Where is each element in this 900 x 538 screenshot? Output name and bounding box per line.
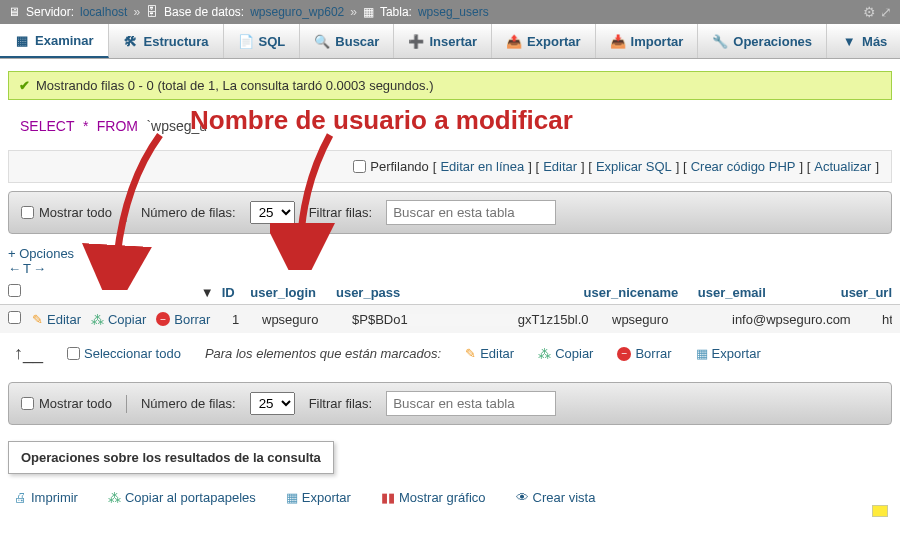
print-icon: 🖨 xyxy=(14,490,27,505)
col-user-email[interactable]: user_email xyxy=(698,285,766,300)
import-icon: 📥 xyxy=(610,33,626,49)
col-id[interactable]: ID xyxy=(222,285,235,300)
table-row: ✎Editar ⁂Copiar −Borrar 1 wpseguro $P$BD… xyxy=(0,305,900,333)
tab-export[interactable]: 📤Exportar xyxy=(492,24,595,58)
chevron-down-icon: ▼ xyxy=(841,33,857,49)
search-icon: 🔍 xyxy=(314,33,330,49)
create-view-link[interactable]: 👁Crear vista xyxy=(516,490,596,505)
bulk-delete[interactable]: −Borrar xyxy=(617,346,671,361)
success-notice: ✔ Mostrando filas 0 - 0 (total de 1, La … xyxy=(8,71,892,100)
bulk-export[interactable]: ▦Exportar xyxy=(696,346,761,361)
annotation-arrow-login xyxy=(270,130,350,270)
delete-icon: − xyxy=(156,312,170,326)
table-label: Tabla: xyxy=(380,5,412,19)
copy-icon: ⁂ xyxy=(538,346,551,361)
gear-icon[interactable]: ⚙ ⤢ xyxy=(863,4,892,20)
annotation-label: Nombre de usuario a modificar xyxy=(190,105,573,136)
redacted xyxy=(408,314,518,326)
column-toggle-arrows[interactable]: ←T→ xyxy=(8,261,48,276)
breadcrumb: 🖥 Servidor: localhost » 🗄 Base de datos:… xyxy=(0,0,900,24)
check-icon: ✔ xyxy=(19,78,30,93)
select-all-rows[interactable] xyxy=(8,284,21,297)
select-all-checkbox[interactable]: Seleccionar todo xyxy=(67,346,181,361)
bulk-edit[interactable]: ✎Editar xyxy=(465,346,514,361)
cell-user-login: wpseguro xyxy=(262,312,352,327)
edit-inline-link[interactable]: Editar en línea xyxy=(440,159,524,174)
row-copy-link[interactable]: ⁂Copiar xyxy=(91,312,146,327)
db-link[interactable]: wpseguro_wp602 xyxy=(250,5,344,19)
clipboard-icon: ⁂ xyxy=(108,490,121,505)
tab-structure[interactable]: 🛠Estructura xyxy=(109,24,224,58)
console-toggle-icon[interactable] xyxy=(872,505,888,517)
export-icon: 📤 xyxy=(506,33,522,49)
view-icon: 👁 xyxy=(516,490,529,505)
query-results-ops-heading: Operaciones sobre los resultados de la c… xyxy=(8,441,334,474)
bulk-actions-bar: ↑__ Seleccionar todo Para los elementos … xyxy=(0,333,900,374)
db-label: Base de datos: xyxy=(164,5,244,19)
cell-user-nicename: wpseguro xyxy=(612,312,732,327)
cell-user-email: info@wpseguro.com xyxy=(732,312,882,327)
filter-input[interactable] xyxy=(386,200,556,225)
delete-icon: − xyxy=(617,347,631,361)
annotation-arrow-edit xyxy=(80,130,170,290)
filter-input-bottom[interactable] xyxy=(386,391,556,416)
table-icon: ▦ xyxy=(363,5,374,19)
print-link[interactable]: 🖨Imprimir xyxy=(14,490,78,505)
server-icon: 🖥 xyxy=(8,5,20,19)
profiling-checkbox[interactable]: Perfilando xyxy=(353,159,429,174)
structure-icon: 🛠 xyxy=(123,33,139,49)
export-link[interactable]: ▦Exportar xyxy=(286,490,351,505)
col-user-url[interactable]: user_url xyxy=(841,285,892,300)
chart-icon: ▮▮ xyxy=(381,490,395,505)
tab-more[interactable]: ▼Más xyxy=(827,24,900,58)
col-user-login[interactable]: user_login xyxy=(250,285,316,300)
cell-user-pass: $P$BDo1gxT1z15bl.0 xyxy=(352,312,612,327)
notice-text: Mostrando filas 0 - 0 (total de 1, La co… xyxy=(36,78,433,93)
tab-operations[interactable]: 🔧Operaciones xyxy=(698,24,827,58)
up-arrow-icon: ↑__ xyxy=(14,343,43,364)
browse-icon: ▦ xyxy=(14,32,30,48)
create-php-link[interactable]: Crear código PHP xyxy=(691,159,796,174)
cell-id: 1 xyxy=(232,312,262,327)
pencil-icon: ✎ xyxy=(32,312,43,327)
results-toolbar-bottom: Mostrar todo Número de filas: 25 Filtrar… xyxy=(8,382,892,425)
server-label: Servidor: xyxy=(26,5,74,19)
separator: » xyxy=(350,5,357,19)
row-edit-link[interactable]: ✎Editar xyxy=(32,312,81,327)
server-link[interactable]: localhost xyxy=(80,5,127,19)
separator: » xyxy=(133,5,140,19)
query-results-ops: 🖨Imprimir ⁂Copiar al portapapeles ▦Expor… xyxy=(0,486,900,525)
rows-select-bottom[interactable]: 25 xyxy=(250,392,295,415)
sql-icon: 📄 xyxy=(238,33,254,49)
row-checkbox[interactable] xyxy=(8,311,21,324)
cell-user-url: http://wpsegui xyxy=(882,312,892,327)
options-toggle[interactable]: + Opciones xyxy=(8,246,74,261)
tab-bar: ▦Examinar 🛠Estructura 📄SQL 🔍Buscar ➕Inse… xyxy=(0,24,900,59)
copy-clipboard-link[interactable]: ⁂Copiar al portapapeles xyxy=(108,490,256,505)
export-icon: ▦ xyxy=(696,346,708,361)
chart-link[interactable]: ▮▮Mostrar gráfico xyxy=(381,490,486,505)
tab-import[interactable]: 📥Importar xyxy=(596,24,699,58)
tab-search[interactable]: 🔍Buscar xyxy=(300,24,394,58)
table-link[interactable]: wpseg_users xyxy=(418,5,489,19)
wrench-icon: 🔧 xyxy=(712,33,728,49)
tab-insert[interactable]: ➕Insertar xyxy=(394,24,492,58)
pencil-icon: ✎ xyxy=(465,346,476,361)
col-user-nicename[interactable]: user_nicename xyxy=(584,285,679,300)
row-delete-link[interactable]: −Borrar xyxy=(156,312,210,327)
explain-sql-link[interactable]: Explicar SQL xyxy=(596,159,672,174)
tab-sql[interactable]: 📄SQL xyxy=(224,24,301,58)
copy-icon: ⁂ xyxy=(91,312,104,327)
refresh-link[interactable]: Actualizar xyxy=(814,159,871,174)
show-all-checkbox-bottom[interactable]: Mostrar todo xyxy=(21,396,112,411)
insert-icon: ➕ xyxy=(408,33,424,49)
bulk-copy[interactable]: ⁂Copiar xyxy=(538,346,593,361)
col-user-pass[interactable]: user_pass xyxy=(336,285,400,300)
tab-browse[interactable]: ▦Examinar xyxy=(0,24,109,58)
with-selected-label: Para los elementos que están marcados: xyxy=(205,346,441,361)
edit-link[interactable]: Editar xyxy=(543,159,577,174)
export-icon: ▦ xyxy=(286,490,298,505)
database-icon: 🗄 xyxy=(146,5,158,19)
